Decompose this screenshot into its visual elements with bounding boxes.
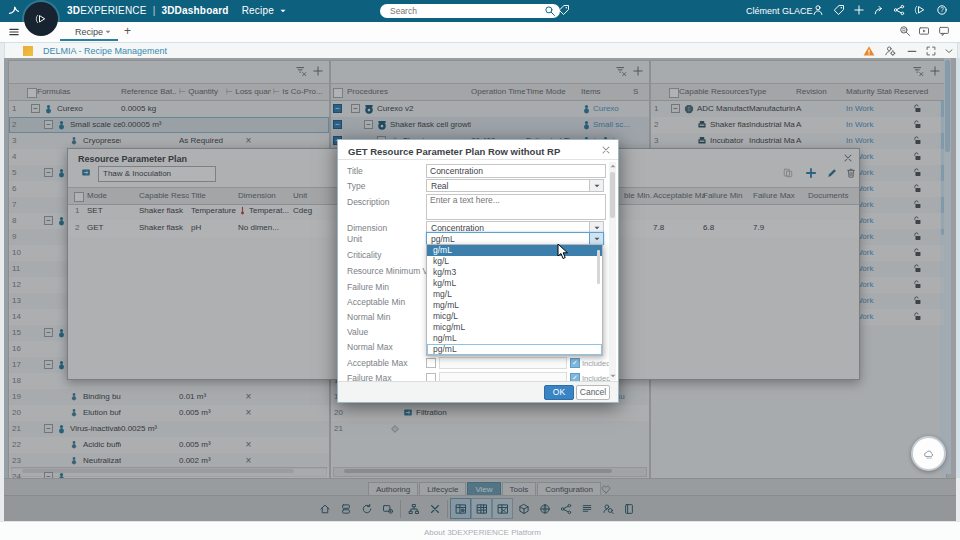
acceptable-max-included-checkbox[interactable]: ✓ bbox=[570, 358, 580, 368]
3dplay-icon[interactable] bbox=[914, 4, 926, 16]
unit-option[interactable]: micg/mL bbox=[427, 322, 602, 333]
unit-option[interactable]: kg/m3 bbox=[427, 267, 602, 278]
dashboard-tab-bar: Recipe + R bbox=[0, 22, 960, 43]
normal-min-label: Normal Min bbox=[347, 312, 390, 322]
assistant-chat-button[interactable] bbox=[911, 436, 946, 471]
unit-option[interactable]: mg/mL bbox=[427, 300, 602, 311]
warning-icon[interactable] bbox=[863, 45, 875, 57]
expand-icon[interactable] bbox=[925, 45, 937, 57]
active-tab-underline bbox=[60, 39, 118, 41]
type-value: Real bbox=[431, 180, 448, 192]
app-title: DELMIA - Recipe Management bbox=[43, 46, 167, 56]
chevron-down-icon[interactable] bbox=[279, 7, 287, 15]
tab-recipe[interactable]: Recipe bbox=[75, 27, 103, 37]
share-icon[interactable] bbox=[873, 4, 885, 16]
included-label: Included bbox=[582, 359, 610, 368]
user-icon[interactable] bbox=[812, 4, 824, 16]
unit-option[interactable]: kg/mL bbox=[427, 278, 602, 289]
unit-option[interactable]: kg/L bbox=[427, 256, 602, 267]
help-icon[interactable]: ? bbox=[936, 4, 948, 16]
acceptable-min-label: Acceptable Min bbox=[347, 297, 405, 307]
tab-chevron-icon[interactable] bbox=[104, 28, 112, 36]
unit-option[interactable]: micg/L bbox=[427, 311, 602, 322]
collaborate-icon[interactable] bbox=[893, 4, 905, 16]
type-select[interactable]: Real bbox=[426, 179, 604, 192]
brand-experience: EXPERIENCE bbox=[80, 5, 146, 16]
failure-min-label: Failure Min bbox=[347, 282, 389, 292]
scroll-up-icon[interactable] bbox=[609, 162, 617, 170]
dialog-title: GET Resource Parameter Plan Row without … bbox=[348, 146, 560, 157]
search-bar[interactable] bbox=[380, 4, 560, 18]
add-tab-button[interactable]: + bbox=[124, 24, 131, 38]
chat-icon[interactable] bbox=[938, 25, 950, 37]
3ds-swoosh-logo bbox=[8, 4, 20, 16]
dropdown-scrollbar[interactable] bbox=[597, 250, 600, 284]
notifications-tag-icon[interactable] bbox=[833, 4, 845, 16]
dialog-footer: OK Cancel bbox=[338, 381, 618, 402]
user-settings-icon[interactable] bbox=[884, 45, 896, 57]
mouse-cursor bbox=[557, 244, 571, 260]
brand-separator: | bbox=[153, 5, 156, 16]
unit-option[interactable]: g/mL bbox=[427, 245, 602, 256]
unit-option[interactable]: ng/mL bbox=[427, 333, 602, 344]
brand-product: 3DDashboard bbox=[161, 5, 228, 16]
acceptable-max-checkbox[interactable] bbox=[426, 358, 436, 368]
unit-dropdown-list[interactable]: g/mLkg/Lkg/m3kg/mLmg/Lmg/mLmicg/Lmicg/mL… bbox=[426, 244, 603, 356]
description-label: Description bbox=[347, 197, 390, 207]
search-icon[interactable] bbox=[544, 5, 556, 17]
parameter-dialog: GET Resource Parameter Plan Row without … bbox=[337, 139, 619, 403]
tag-icon[interactable] bbox=[558, 4, 570, 16]
ok-button[interactable]: OK bbox=[544, 385, 574, 400]
unit-label: Unit bbox=[347, 234, 362, 244]
description-textarea[interactable] bbox=[426, 194, 606, 220]
delmia-app-icon bbox=[23, 46, 33, 56]
media-icon[interactable] bbox=[918, 25, 930, 37]
advanced-search-icon[interactable]: R bbox=[899, 25, 911, 37]
title-input[interactable] bbox=[426, 164, 606, 178]
caret-down-icon bbox=[593, 235, 601, 243]
brand: 3DEXPERIENCE | 3DDashboard Recipe bbox=[67, 5, 287, 16]
dimension-label: Dimension bbox=[347, 223, 387, 233]
unit-option[interactable]: mg/L bbox=[427, 289, 602, 300]
type-label: Type bbox=[347, 181, 365, 191]
compass-play-icon[interactable] bbox=[35, 13, 47, 25]
user-name[interactable]: Clément GLACE bbox=[746, 6, 813, 16]
brand-3d: 3D bbox=[67, 5, 80, 16]
cloud-chat-icon bbox=[923, 448, 935, 460]
screen: 3DEXPERIENCE | 3DDashboard Recipe Clémen… bbox=[0, 0, 960, 540]
search-input[interactable] bbox=[388, 5, 544, 17]
hamburger-menu-icon[interactable] bbox=[8, 26, 20, 38]
normal-max-label: Normal Max bbox=[347, 342, 393, 352]
title-label: Title bbox=[347, 166, 363, 176]
add-icon[interactable] bbox=[853, 4, 865, 16]
acceptable-max-label: Acceptable Max bbox=[347, 358, 407, 368]
acceptable-max-input bbox=[439, 357, 567, 369]
scroll-down-icon[interactable] bbox=[609, 372, 617, 380]
minimize-icon[interactable] bbox=[906, 45, 918, 57]
svg-text:R: R bbox=[902, 27, 906, 33]
caret-down-icon bbox=[593, 224, 601, 232]
collapse-icon[interactable] bbox=[943, 45, 955, 57]
cancel-button[interactable]: Cancel bbox=[576, 385, 610, 400]
app-window-header: DELMIA - Recipe Management bbox=[4, 42, 958, 59]
dialog-scrollbar[interactable] bbox=[609, 162, 616, 380]
3dcompass[interactable] bbox=[24, 2, 58, 36]
footer-bar: About 3DEXPERIENCE Platform bbox=[0, 521, 960, 540]
top-bar: 3DEXPERIENCE | 3DDashboard Recipe Clémen… bbox=[0, 0, 960, 22]
svg-text:?: ? bbox=[940, 6, 944, 13]
value-label: Value bbox=[347, 327, 368, 337]
unit-option[interactable]: pg/mL bbox=[427, 344, 602, 355]
criticality-label: Criticality bbox=[347, 250, 381, 260]
close-icon[interactable] bbox=[600, 144, 612, 156]
about-link[interactable]: About 3DEXPERIENCE Platform bbox=[424, 528, 541, 537]
workspace-menu[interactable]: Recipe bbox=[242, 5, 274, 16]
caret-down-icon bbox=[593, 182, 601, 190]
